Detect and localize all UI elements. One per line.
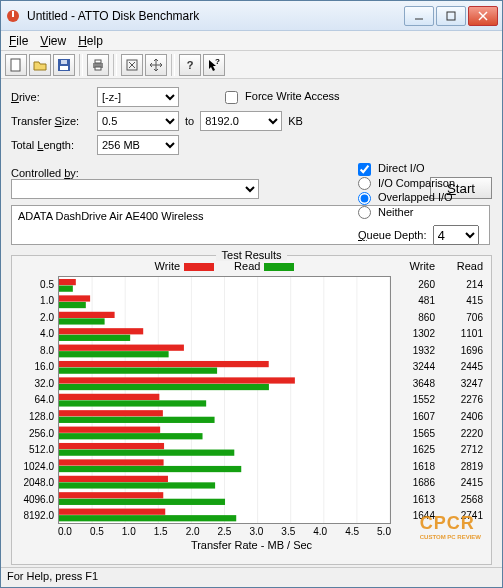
svg-rect-53 [59,482,215,488]
transfer-unit-label: KB [288,115,303,127]
window-title: Untitled - ATTO Disk Benchmark [27,9,404,23]
results-title: Test Results [216,249,288,261]
svg-rect-47 [59,433,203,439]
app-icon [5,8,21,24]
svg-rect-31 [59,302,86,308]
run-icon [125,58,139,72]
svg-rect-12 [95,67,101,70]
x-axis-label: Transfer Rate - MB / Sec [16,539,487,551]
controlled-by-label: Controlled by: [11,167,259,179]
overlapped-io-radio[interactable]: Overlapped I/O [358,191,488,205]
neither-radio[interactable]: Neither [358,206,488,220]
menubar: File View Help [1,31,502,51]
pointer-help-icon: ? [207,58,221,72]
svg-rect-40 [59,377,295,383]
svg-rect-28 [59,279,76,285]
io-options: Direct I/O I/O Comparison Overlapped I/O… [358,161,488,245]
svg-rect-32 [59,312,115,318]
drive-label: Drive: [11,91,91,103]
svg-rect-9 [61,60,67,64]
move-icon [149,58,163,72]
menu-view[interactable]: View [40,34,66,48]
context-help-button[interactable]: ? [203,54,225,76]
total-length-label: Total Length: [11,139,91,151]
svg-rect-36 [59,345,184,351]
force-write-checkbox[interactable]: Force Write Access [225,90,340,104]
maximize-button[interactable] [436,6,466,26]
svg-rect-41 [59,384,269,390]
svg-rect-35 [59,335,130,341]
floppy-icon [57,58,71,72]
app-window: Untitled - ATTO Disk Benchmark File View… [0,0,503,588]
col-header-read: Read [439,260,487,274]
watermark: CPCR CUSTOM PC REVIEW [420,513,481,540]
transfer-from-select[interactable]: 0.5 [97,111,179,131]
question-icon: ? [187,59,194,71]
svg-rect-6 [11,59,20,71]
to-label: to [185,115,194,127]
svg-rect-55 [59,499,225,505]
svg-rect-43 [59,400,206,406]
close-button[interactable] [468,6,498,26]
drive-select[interactable]: [-z-] [97,87,179,107]
bar-chart [58,276,391,524]
controlled-by-select[interactable] [11,179,259,199]
write-swatch-icon [184,263,214,271]
col-header-write: Write [391,260,439,274]
queue-depth-select[interactable]: 4 [433,225,479,245]
svg-rect-44 [59,410,163,416]
svg-rect-38 [59,361,269,367]
svg-rect-50 [59,459,164,465]
new-button[interactable] [5,54,27,76]
transfer-to-select[interactable]: 8192.0 [200,111,282,131]
svg-rect-39 [59,368,217,374]
write-values-column: 2604818601302193232443648155216071565162… [391,276,439,524]
test-results-group: Test Results Write Read Write Read 0.51.… [11,255,492,565]
minimize-button[interactable] [404,6,434,26]
settings-form: Drive: [-z-] Force Write Access Transfer… [1,79,502,249]
read-values-column: 2144157061101169624453247227624062220271… [439,276,487,524]
svg-rect-45 [59,417,215,423]
printer-icon [91,58,105,72]
svg-rect-3 [447,12,455,20]
menu-help[interactable]: Help [78,34,103,48]
io-comparison-radio[interactable]: I/O Comparison [358,177,488,191]
queue-depth-label: Queue Depth: [358,229,427,241]
svg-rect-33 [59,318,105,324]
print-button[interactable] [87,54,109,76]
svg-rect-52 [59,476,168,482]
svg-rect-11 [95,60,101,63]
svg-rect-8 [60,66,68,70]
svg-rect-30 [59,295,90,301]
toolbar-separator [171,54,175,76]
y-axis-labels: 0.51.02.04.08.016.032.064.0128.0256.0512… [16,276,58,524]
svg-rect-51 [59,466,241,472]
legend-write: Write [155,260,214,272]
svg-rect-48 [59,443,164,449]
direct-io-checkbox[interactable]: Direct I/O [358,162,488,176]
file-icon [9,58,23,72]
target-button[interactable] [145,54,167,76]
open-button[interactable] [29,54,51,76]
menu-file[interactable]: File [9,34,28,48]
folder-open-icon [33,58,47,72]
toolbar-separator [79,54,83,76]
x-axis-ticks: 0.00.51.01.52.02.53.03.54.04.55.0 [58,526,391,537]
svg-rect-46 [59,427,160,433]
total-length-select[interactable]: 256 MB [97,135,179,155]
transfer-size-label: Transfer Size: [11,115,91,127]
run-button[interactable] [121,54,143,76]
svg-rect-42 [59,394,159,400]
svg-rect-37 [59,351,169,357]
svg-text:?: ? [215,58,220,66]
svg-rect-49 [59,450,234,456]
status-bar: For Help, press F1 [1,567,502,587]
svg-rect-56 [59,509,165,515]
help-button[interactable]: ? [179,54,201,76]
svg-rect-29 [59,286,73,292]
toolbar-separator [113,54,117,76]
save-button[interactable] [53,54,75,76]
titlebar[interactable]: Untitled - ATTO Disk Benchmark [1,1,502,31]
read-swatch-icon [264,263,294,271]
svg-rect-1 [12,11,14,17]
